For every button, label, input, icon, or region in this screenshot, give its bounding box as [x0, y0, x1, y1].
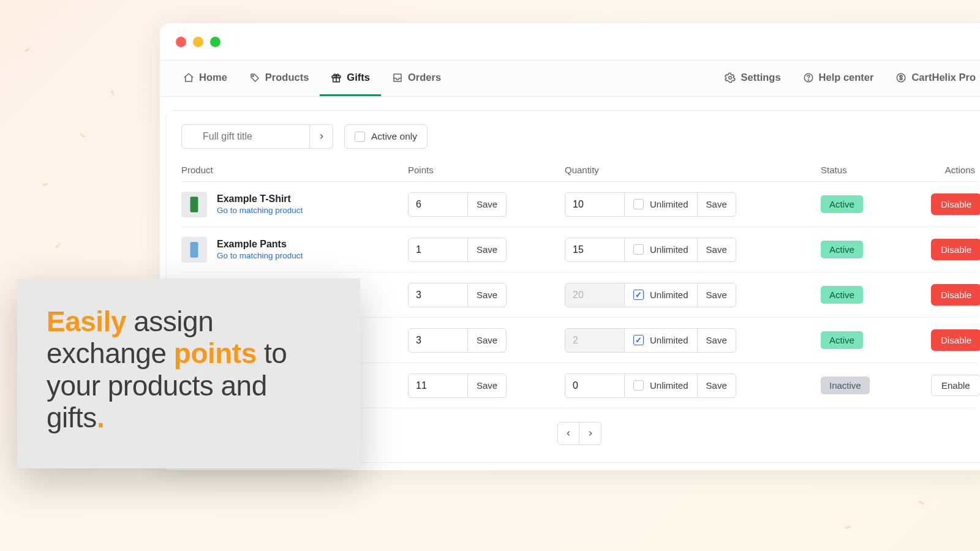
gift-icon	[331, 72, 342, 83]
action-cell: Disable	[931, 193, 980, 215]
quantity-input	[565, 283, 625, 307]
unlimited-checkbox[interactable]	[633, 199, 644, 209]
points-input[interactable]	[408, 328, 468, 353]
points-cell: Save	[408, 192, 565, 217]
save-points-button[interactable]: Save	[468, 238, 507, 262]
nav-label: Products	[265, 72, 309, 83]
table-row: Example T-ShirtGo to matching productSav…	[181, 182, 978, 227]
quantity-input[interactable]	[565, 192, 625, 217]
chevron-left-icon	[564, 429, 573, 438]
save-quantity-button[interactable]: Save	[698, 328, 736, 353]
nav-settings[interactable]: Settings	[714, 61, 791, 96]
gear-icon	[725, 72, 736, 83]
disable-button[interactable]: Disable	[931, 284, 980, 305]
product-cell: Example T-ShirtGo to matching product	[181, 192, 408, 217]
quantity-cell: UnlimitedSave	[565, 238, 821, 262]
bg-speckle	[111, 90, 115, 95]
action-cell: Disable	[931, 239, 980, 260]
nav-label: Settings	[741, 72, 780, 83]
save-points-button[interactable]: Save	[468, 283, 507, 307]
nav-help-center[interactable]: Help center	[792, 61, 885, 96]
go-to-product-link[interactable]: Go to matching product	[217, 206, 303, 215]
save-quantity-button[interactable]: Save	[698, 283, 736, 307]
quantity-input[interactable]	[565, 373, 625, 398]
product-title: Example T-Shirt	[217, 193, 303, 204]
points-input[interactable]	[408, 192, 468, 217]
chevron-right-icon	[317, 132, 326, 141]
search-submit[interactable]	[310, 124, 333, 149]
quantity-cell: UnlimitedSave	[565, 328, 821, 353]
window-zoom[interactable]	[210, 37, 221, 47]
product-title: Example Pants	[217, 239, 303, 250]
status-badge: Active	[821, 331, 863, 349]
page-prev[interactable]	[557, 422, 579, 445]
unlimited-checkbox[interactable]	[633, 380, 644, 391]
nav-label: Orders	[408, 72, 441, 83]
quantity-input[interactable]	[565, 238, 625, 262]
action-cell: Disable	[931, 329, 980, 351]
product-thumb	[181, 237, 207, 263]
status-badge: Active	[821, 241, 863, 258]
save-points-button[interactable]: Save	[468, 328, 507, 353]
points-input[interactable]	[408, 238, 468, 262]
active-only-toggle[interactable]: Active only	[344, 124, 428, 149]
unlimited-checkbox[interactable]	[633, 244, 644, 255]
search-group	[181, 124, 333, 149]
titlebar	[160, 23, 980, 60]
svg-point-0	[252, 75, 254, 76]
points-input[interactable]	[408, 283, 468, 307]
nav-orders[interactable]: Orders	[381, 61, 452, 96]
go-to-product-link[interactable]: Go to matching product	[217, 251, 303, 260]
bg-speckle	[55, 243, 60, 248]
window-minimize[interactable]	[193, 37, 203, 47]
checkbox-icon	[355, 132, 365, 142]
dollar-icon	[895, 72, 907, 83]
product-thumb	[181, 192, 207, 217]
points-cell: Save	[408, 328, 565, 353]
active-only-label: Active only	[371, 131, 417, 142]
status-badge: Active	[821, 195, 863, 213]
status-cell: Inactive	[821, 377, 931, 394]
unlimited-label: Unlimited	[650, 290, 688, 300]
page-next[interactable]	[579, 422, 601, 445]
nav-gifts[interactable]: Gifts	[320, 61, 381, 96]
quantity-cell: UnlimitedSave	[565, 373, 821, 398]
status-badge: Inactive	[821, 377, 870, 394]
unlimited-checkbox[interactable]	[633, 290, 644, 300]
quantity-cell: UnlimitedSave	[565, 192, 821, 217]
save-points-button[interactable]: Save	[468, 192, 507, 217]
save-quantity-button[interactable]: Save	[698, 373, 736, 398]
nav-home[interactable]: Home	[172, 61, 238, 96]
save-quantity-button[interactable]: Save	[698, 238, 736, 262]
save-quantity-button[interactable]: Save	[698, 192, 736, 217]
unlimited-checkbox[interactable]	[633, 335, 644, 345]
disable-button[interactable]: Disable	[931, 329, 980, 351]
enable-button[interactable]: Enable	[931, 375, 980, 396]
points-input[interactable]	[408, 373, 468, 398]
inbox-icon	[392, 72, 403, 83]
nav-products[interactable]: Products	[238, 61, 320, 96]
svg-rect-10	[190, 197, 198, 212]
product-cell: Example PantsGo to matching product	[181, 237, 408, 263]
help-icon	[803, 72, 814, 83]
status-cell: Active	[821, 241, 931, 258]
disable-button[interactable]: Disable	[931, 239, 980, 260]
quantity-cell: UnlimitedSave	[565, 283, 821, 307]
table-row: Example PantsGo to matching productSaveU…	[181, 227, 978, 272]
main-nav: HomeProductsGiftsOrders SettingsHelp cen…	[160, 60, 980, 97]
bg-speckle	[80, 133, 85, 138]
svg-rect-11	[190, 242, 198, 258]
unlimited-label: Unlimited	[650, 199, 688, 209]
disable-button[interactable]: Disable	[931, 193, 980, 215]
table-header: Product Points Quantity Status Actions	[181, 160, 978, 182]
promo-overlay: Easily assign exchange points to your pr…	[17, 279, 360, 468]
unlimited-label: Unlimited	[650, 380, 688, 391]
status-cell: Active	[821, 331, 931, 349]
nav-carthelix-pro[interactable]: CartHelix Pro	[884, 61, 980, 96]
bg-speckle	[43, 183, 48, 186]
col-points: Points	[408, 165, 565, 175]
chevron-right-icon	[586, 429, 595, 438]
window-close[interactable]	[176, 37, 186, 47]
save-points-button[interactable]: Save	[468, 373, 507, 398]
search-input[interactable]	[181, 124, 310, 149]
